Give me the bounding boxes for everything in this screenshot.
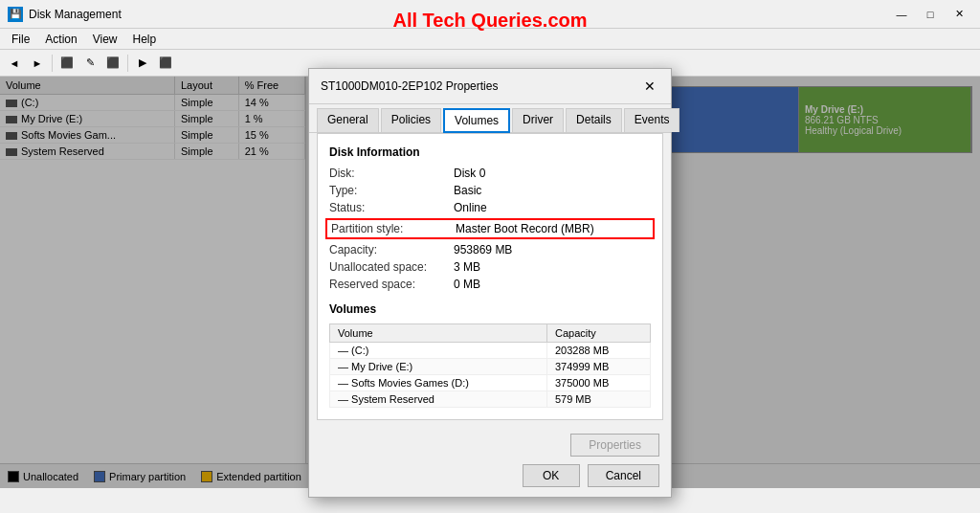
volume-row[interactable]: — Softs Movies Games (D:) 375000 MB (330, 374, 651, 390)
dialog-action-row: Properties (309, 428, 671, 457)
dialog-footer: OK Cancel (309, 457, 671, 497)
toolbar-sep2 (127, 55, 128, 72)
vol-capacity: 375000 MB (546, 374, 650, 390)
app-icon: 💾 (8, 7, 23, 22)
toolbar-sep1 (52, 55, 53, 72)
toolbar-btn1[interactable]: ⬛ (56, 53, 78, 74)
dialog-title: ST1000DM010-2EP102 Properties (321, 79, 498, 93)
tab-policies[interactable]: Policies (381, 108, 441, 132)
info-value: Disk 0 (454, 167, 485, 180)
menu-help[interactable]: Help (125, 31, 165, 48)
disk-info-row: Reserved space: 0 MB (329, 278, 651, 291)
toolbar-back[interactable]: ◄ (4, 53, 25, 74)
toolbar-btn4[interactable]: ▶ (132, 53, 153, 74)
info-value: Basic (454, 184, 481, 197)
disk-info-title: Disk Information (329, 145, 651, 159)
tab-volumes[interactable]: Volumes (443, 108, 510, 133)
vol-volume: — Softs Movies Games (D:) (330, 374, 547, 390)
main-area: Volume Layout % Free (C:) Simple 14 % My… (0, 77, 980, 488)
menu-bar: File Action View Help All Tech Queries.c… (0, 29, 980, 50)
info-value: Online (454, 201, 487, 214)
dialog-content: Disk Information Disk: Disk 0 Type: Basi… (317, 133, 663, 420)
disk-info-row: Capacity: 953869 MB (329, 243, 651, 256)
info-label: Disk: (329, 167, 454, 180)
vol-capacity: 579 MB (546, 390, 650, 407)
modal-overlay: ST1000DM010-2EP102 Properties ✕ General … (0, 77, 980, 488)
disk-info-row: Unallocated space: 3 MB (329, 260, 651, 274)
dialog-title-bar: ST1000DM010-2EP102 Properties ✕ (309, 69, 671, 104)
vol-capacity: 203288 MB (546, 342, 650, 358)
disk-info-row: Partition style: Master Boot Record (MBR… (325, 218, 655, 239)
volume-row[interactable]: — System Reserved 579 MB (330, 390, 651, 407)
menu-file[interactable]: File (4, 31, 37, 48)
disk-info-row: Status: Online (329, 201, 651, 214)
vol-volume: — System Reserved (330, 390, 547, 407)
volume-row[interactable]: — My Drive (E:) 374999 MB (330, 358, 651, 374)
vol-col-capacity[interactable]: Capacity (546, 323, 650, 342)
volumes-section: Volumes Volume Capacity — (C:) 203288 MB… (329, 302, 651, 408)
tab-driver[interactable]: Driver (512, 108, 564, 132)
info-label: Unallocated space: (329, 260, 454, 274)
toolbar-btn2[interactable]: ✎ (79, 53, 100, 74)
info-label: Status: (329, 201, 454, 214)
toolbar-forward[interactable]: ► (27, 53, 48, 74)
window-controls: — □ ✕ (888, 5, 972, 24)
toolbar-btn5[interactable]: ⬛ (155, 53, 176, 74)
info-value: 3 MB (454, 260, 480, 274)
properties-dialog: ST1000DM010-2EP102 Properties ✕ General … (308, 68, 672, 498)
close-button[interactable]: ✕ (946, 5, 972, 24)
info-label: Partition style: (331, 222, 456, 235)
dialog-tabs: General Policies Volumes Driver Details … (309, 104, 671, 133)
minimize-button[interactable]: — (888, 5, 915, 24)
info-value: Master Boot Record (MBR) (456, 222, 594, 235)
volume-row[interactable]: — (C:) 203288 MB (330, 342, 651, 358)
window-title: Disk Management (29, 8, 888, 21)
info-value: 0 MB (454, 278, 480, 291)
info-value: 953869 MB (454, 243, 512, 256)
toolbar-btn3[interactable]: ⬛ (102, 53, 123, 74)
ok-button[interactable]: OK (523, 464, 580, 487)
vol-volume: — (C:) (330, 342, 547, 358)
disk-info-row: Type: Basic (329, 184, 651, 197)
dialog-close-button[interactable]: ✕ (640, 77, 659, 96)
maximize-button[interactable]: □ (917, 5, 944, 24)
vol-col-volume[interactable]: Volume (330, 323, 547, 342)
cancel-button[interactable]: Cancel (588, 464, 659, 487)
volumes-table: Volume Capacity — (C:) 203288 MB — My Dr… (329, 323, 651, 408)
info-label: Capacity: (329, 243, 454, 256)
menu-view[interactable]: View (85, 31, 125, 48)
title-bar: 💾 Disk Management — □ ✕ (0, 0, 980, 29)
vol-capacity: 374999 MB (546, 358, 650, 374)
tab-details[interactable]: Details (566, 108, 622, 132)
disk-info-row: Disk: Disk 0 (329, 167, 651, 180)
vol-volume: — My Drive (E:) (330, 358, 547, 374)
volumes-title: Volumes (329, 302, 651, 316)
disk-info-rows: Disk: Disk 0 Type: Basic Status: Online … (329, 167, 651, 291)
properties-button[interactable]: Properties (570, 434, 659, 457)
tab-general[interactable]: General (317, 108, 379, 132)
tab-events[interactable]: Events (624, 108, 680, 132)
info-label: Reserved space: (329, 278, 454, 291)
info-label: Type: (329, 184, 454, 197)
menu-action[interactable]: Action (37, 31, 84, 48)
